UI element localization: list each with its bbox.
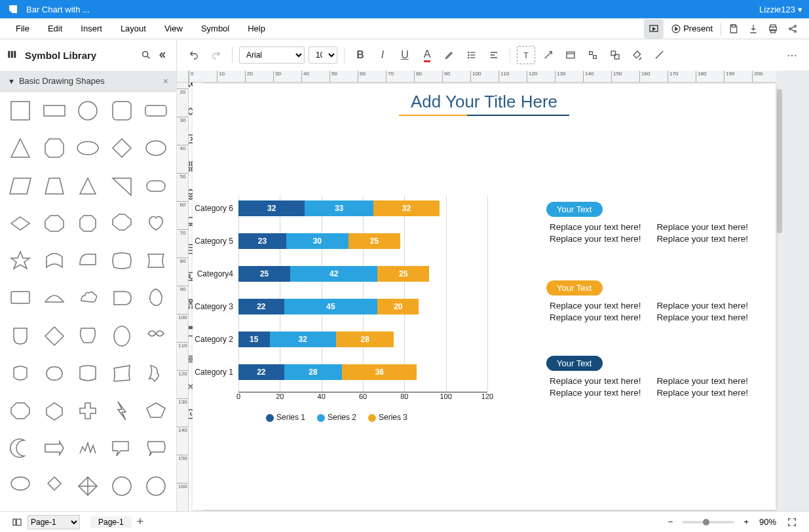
legend-item[interactable]: Series 2 — [317, 413, 356, 422]
shape-item[interactable] — [39, 172, 69, 200]
shape-item[interactable] — [5, 322, 35, 350]
page-tab[interactable]: Page-1 — [90, 516, 132, 528]
align-objects-button[interactable] — [584, 46, 602, 64]
bar-segment[interactable]: 22 — [238, 364, 284, 380]
pill-1[interactable]: Your Text — [546, 202, 603, 217]
shape-item[interactable] — [141, 322, 171, 350]
font-size-select[interactable]: 10 — [309, 47, 337, 64]
share-icon[interactable] — [783, 19, 802, 39]
scrollbar-thumb[interactable] — [777, 89, 782, 233]
menu-layout[interactable]: Layout — [111, 18, 155, 39]
shape-item[interactable] — [73, 97, 103, 124]
shape-item[interactable] — [141, 472, 171, 500]
shape-item[interactable] — [39, 360, 69, 387]
bar-segment[interactable]: 28 — [336, 332, 394, 347]
bar-segment[interactable]: 32 — [238, 200, 305, 216]
shape-item[interactable] — [107, 322, 137, 350]
shape-item[interactable] — [5, 397, 35, 425]
print-icon[interactable] — [763, 19, 783, 39]
text-block-2[interactable]: Replace your text here!Replace your text… — [550, 300, 761, 324]
fullscreen-icon[interactable] — [781, 512, 802, 532]
shape-item[interactable] — [107, 397, 137, 425]
bar-chart[interactable]: Category 6323332Category 5233025Category… — [179, 195, 494, 422]
bar-segment[interactable]: 36 — [342, 364, 417, 380]
shape-item[interactable] — [39, 247, 69, 275]
more-button[interactable]: ⋯ — [783, 46, 801, 64]
shape-item[interactable] — [107, 360, 137, 387]
menu-file[interactable]: File — [7, 18, 39, 39]
menu-insert[interactable]: Insert — [71, 18, 111, 39]
shape-item[interactable] — [107, 210, 137, 237]
zoom-out-button[interactable]: − — [663, 512, 679, 532]
search-icon[interactable] — [138, 47, 154, 63]
shape-item[interactable] — [73, 172, 103, 200]
shape-item[interactable] — [5, 434, 35, 462]
shape-item[interactable] — [107, 97, 137, 124]
shape-item[interactable] — [39, 322, 69, 350]
bar-segment[interactable]: 45 — [284, 299, 378, 314]
zoom-slider[interactable] — [682, 521, 734, 523]
shape-item[interactable] — [39, 434, 69, 462]
shape-item[interactable] — [5, 284, 35, 312]
shape-item[interactable] — [39, 97, 69, 124]
page-title[interactable]: Add Your Title Here — [193, 92, 776, 112]
bar-segment[interactable]: 32 — [373, 200, 440, 216]
shape-item[interactable] — [5, 210, 35, 237]
underline-button[interactable]: U — [396, 46, 414, 64]
italic-button[interactable]: I — [373, 46, 392, 64]
bar-segment[interactable]: 25 — [377, 266, 429, 282]
menu-help[interactable]: Help — [238, 18, 274, 39]
connector-button[interactable] — [539, 46, 557, 64]
bar-segment[interactable]: 25 — [238, 266, 290, 282]
shape-item[interactable] — [141, 360, 171, 387]
shape-item[interactable] — [73, 284, 103, 312]
shape-item[interactable] — [107, 172, 137, 200]
pill-2[interactable]: Your Text — [546, 280, 603, 295]
legend-item[interactable]: Series 1 — [266, 413, 305, 422]
menu-symbol[interactable]: Symbol — [192, 18, 238, 39]
outline-view-icon[interactable] — [7, 512, 28, 532]
bar-segment[interactable]: 30 — [286, 233, 348, 249]
bar-segment[interactable]: 23 — [238, 233, 286, 249]
section-header[interactable]: ▼ Basic Drawing Shapes × — [0, 71, 176, 92]
add-page-button[interactable]: + — [132, 512, 149, 532]
shape-item[interactable] — [5, 247, 35, 275]
shape-item[interactable] — [141, 97, 171, 124]
shape-item[interactable] — [73, 210, 103, 237]
legend-item[interactable]: Series 3 — [368, 413, 407, 422]
bar-segment[interactable]: 15 — [238, 332, 270, 347]
close-icon[interactable]: × — [163, 76, 168, 86]
bar-segment[interactable]: 33 — [305, 200, 373, 216]
shape-item[interactable] — [39, 210, 69, 237]
zoom-value[interactable]: 90% — [754, 512, 781, 532]
font-select[interactable]: Arial — [239, 47, 305, 64]
text-block-3[interactable]: Replace your text here!Replace your text… — [550, 375, 761, 399]
text-box-button[interactable]: T — [517, 46, 535, 64]
collapse-sidebar-icon[interactable] — [154, 47, 170, 63]
shape-item[interactable] — [141, 134, 171, 162]
container-button[interactable] — [561, 46, 580, 64]
save-icon[interactable] — [724, 19, 743, 39]
slideshow-icon[interactable] — [644, 19, 664, 39]
bar-segment[interactable]: 42 — [290, 266, 377, 282]
shape-item[interactable] — [5, 172, 35, 200]
download-icon[interactable] — [743, 19, 763, 39]
shape-item[interactable] — [5, 134, 35, 162]
font-color-button[interactable]: A — [418, 46, 436, 64]
shape-item[interactable] — [141, 172, 171, 200]
bullets-button[interactable] — [462, 46, 481, 64]
menu-edit[interactable]: Edit — [39, 18, 71, 39]
shape-item[interactable] — [73, 472, 103, 500]
shape-item[interactable] — [73, 360, 103, 387]
shape-item[interactable] — [141, 247, 171, 275]
shape-item[interactable] — [141, 284, 171, 312]
bold-button[interactable]: B — [351, 46, 369, 64]
shape-item[interactable] — [107, 247, 137, 275]
shape-item[interactable] — [141, 210, 171, 237]
bar-segment[interactable]: 22 — [238, 299, 284, 314]
highlight-button[interactable] — [440, 46, 459, 64]
bar-segment[interactable]: 25 — [348, 233, 400, 249]
fill-button[interactable] — [628, 46, 647, 64]
shape-item[interactable] — [5, 360, 35, 387]
shape-item[interactable] — [107, 434, 137, 462]
